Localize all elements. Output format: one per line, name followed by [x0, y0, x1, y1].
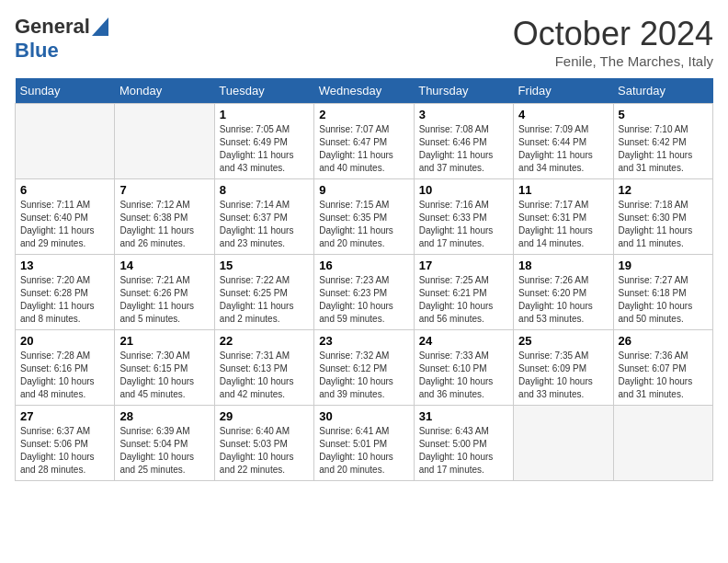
logo-general: General [15, 15, 90, 39]
calendar-cell: 11Sunrise: 7:17 AMSunset: 6:31 PMDayligh… [514, 179, 613, 255]
day-info: Sunrise: 7:36 AMSunset: 6:07 PMDaylight:… [619, 350, 708, 401]
day-number: 9 [319, 183, 408, 197]
day-info: Sunrise: 7:18 AMSunset: 6:30 PMDaylight:… [619, 199, 708, 250]
header-sunday: Sunday [16, 78, 115, 104]
day-number: 23 [319, 334, 408, 348]
day-number: 18 [518, 259, 608, 272]
calendar-cell: 27Sunrise: 6:37 AMSunset: 5:06 PMDayligh… [16, 406, 115, 481]
day-info: Sunrise: 7:33 AMSunset: 6:10 PMDaylight:… [419, 350, 508, 401]
logo: General Blue [15, 15, 108, 63]
day-info: Sunrise: 7:09 AMSunset: 6:44 PMDaylight:… [518, 123, 608, 175]
day-number: 14 [119, 259, 209, 272]
day-info: Sunrise: 7:11 AMSunset: 6:40 PMDaylight:… [20, 199, 109, 250]
calendar-cell: 1Sunrise: 7:05 AMSunset: 6:49 PMDaylight… [214, 104, 313, 179]
week-row-3: 13Sunrise: 7:20 AMSunset: 6:28 PMDayligh… [16, 255, 713, 330]
calendar-cell: 15Sunrise: 7:22 AMSunset: 6:25 PMDayligh… [214, 255, 313, 330]
day-info: Sunrise: 7:07 AMSunset: 6:47 PMDaylight:… [319, 123, 408, 175]
day-number: 2 [319, 108, 408, 121]
day-number: 10 [419, 183, 508, 197]
calendar-cell: 21Sunrise: 7:30 AMSunset: 6:15 PMDayligh… [115, 330, 214, 406]
day-number: 24 [419, 334, 508, 348]
calendar-cell: 31Sunrise: 6:43 AMSunset: 5:00 PMDayligh… [414, 406, 513, 481]
header-row: SundayMondayTuesdayWednesdayThursdayFrid… [16, 78, 713, 104]
day-number: 28 [119, 409, 209, 423]
day-number: 16 [319, 259, 408, 272]
calendar-cell: 6Sunrise: 7:11 AMSunset: 6:40 PMDaylight… [16, 179, 115, 255]
day-info: Sunrise: 7:26 AMSunset: 6:20 PMDaylight:… [518, 274, 608, 326]
calendar-cell: 17Sunrise: 7:25 AMSunset: 6:21 PMDayligh… [414, 255, 513, 330]
day-info: Sunrise: 7:28 AMSunset: 6:16 PMDaylight:… [20, 350, 109, 401]
day-number: 5 [619, 108, 708, 121]
header-friday: Friday [514, 78, 613, 104]
day-info: Sunrise: 7:20 AMSunset: 6:28 PMDaylight:… [20, 274, 109, 326]
header-saturday: Saturday [613, 78, 712, 104]
day-number: 3 [419, 108, 508, 121]
calendar-cell: 5Sunrise: 7:10 AMSunset: 6:42 PMDaylight… [613, 104, 712, 179]
day-number: 15 [220, 259, 309, 272]
day-info: Sunrise: 6:39 AMSunset: 5:04 PMDaylight:… [119, 425, 209, 477]
day-info: Sunrise: 7:30 AMSunset: 6:15 PMDaylight:… [119, 350, 209, 401]
day-number: 26 [619, 334, 708, 348]
day-number: 7 [119, 183, 209, 197]
calendar-cell [115, 104, 214, 179]
calendar-cell [613, 406, 712, 481]
calendar-cell: 9Sunrise: 7:15 AMSunset: 6:35 PMDaylight… [314, 179, 414, 255]
day-number: 11 [518, 183, 608, 197]
calendar-cell: 20Sunrise: 7:28 AMSunset: 6:16 PMDayligh… [16, 330, 115, 406]
calendar-cell: 22Sunrise: 7:31 AMSunset: 6:13 PMDayligh… [214, 330, 313, 406]
day-number: 8 [220, 183, 309, 197]
day-info: Sunrise: 7:21 AMSunset: 6:26 PMDaylight:… [119, 274, 209, 326]
day-info: Sunrise: 7:27 AMSunset: 6:18 PMDaylight:… [619, 274, 708, 326]
day-number: 17 [419, 259, 508, 272]
day-info: Sunrise: 7:15 AMSunset: 6:35 PMDaylight:… [319, 199, 408, 250]
page-header: General Blue October 2024 Fenile, The Ma… [15, 15, 713, 69]
day-number: 12 [619, 183, 708, 197]
calendar-cell: 18Sunrise: 7:26 AMSunset: 6:20 PMDayligh… [514, 255, 613, 330]
week-row-4: 20Sunrise: 7:28 AMSunset: 6:16 PMDayligh… [16, 330, 713, 406]
location: Fenile, The Marches, Italy [513, 53, 713, 69]
day-info: Sunrise: 7:31 AMSunset: 6:13 PMDaylight:… [220, 350, 309, 401]
header-thursday: Thursday [414, 78, 513, 104]
day-info: Sunrise: 6:40 AMSunset: 5:03 PMDaylight:… [220, 425, 309, 477]
day-info: Sunrise: 7:12 AMSunset: 6:38 PMDaylight:… [119, 199, 209, 250]
calendar-cell: 12Sunrise: 7:18 AMSunset: 6:30 PMDayligh… [613, 179, 712, 255]
title-section: October 2024 Fenile, The Marches, Italy [513, 15, 713, 69]
calendar-cell [16, 104, 115, 179]
day-info: Sunrise: 7:32 AMSunset: 6:12 PMDaylight:… [319, 350, 408, 401]
calendar-cell: 30Sunrise: 6:41 AMSunset: 5:01 PMDayligh… [314, 406, 414, 481]
day-info: Sunrise: 7:08 AMSunset: 6:46 PMDaylight:… [419, 123, 508, 175]
logo-blue: Blue [15, 39, 59, 62]
day-info: Sunrise: 6:41 AMSunset: 5:01 PMDaylight:… [319, 425, 408, 477]
calendar-cell: 3Sunrise: 7:08 AMSunset: 6:46 PMDaylight… [414, 104, 513, 179]
day-number: 29 [220, 409, 309, 423]
day-number: 19 [619, 259, 708, 272]
header-wednesday: Wednesday [314, 78, 414, 104]
calendar-table: SundayMondayTuesdayWednesdayThursdayFrid… [15, 78, 713, 481]
calendar-cell: 4Sunrise: 7:09 AMSunset: 6:44 PMDaylight… [514, 104, 613, 179]
day-info: Sunrise: 7:10 AMSunset: 6:42 PMDaylight:… [619, 123, 708, 175]
week-row-2: 6Sunrise: 7:11 AMSunset: 6:40 PMDaylight… [16, 179, 713, 255]
calendar-cell: 10Sunrise: 7:16 AMSunset: 6:33 PMDayligh… [414, 179, 513, 255]
week-row-5: 27Sunrise: 6:37 AMSunset: 5:06 PMDayligh… [16, 406, 713, 481]
day-info: Sunrise: 7:35 AMSunset: 6:09 PMDaylight:… [518, 350, 608, 401]
day-number: 4 [518, 108, 608, 121]
day-number: 21 [119, 334, 209, 348]
month-title: October 2024 [513, 15, 713, 53]
day-number: 25 [518, 334, 608, 348]
day-number: 31 [419, 409, 508, 423]
calendar-cell: 26Sunrise: 7:36 AMSunset: 6:07 PMDayligh… [613, 330, 712, 406]
day-number: 30 [319, 409, 408, 423]
day-info: Sunrise: 7:16 AMSunset: 6:33 PMDaylight:… [419, 199, 508, 250]
calendar-cell: 24Sunrise: 7:33 AMSunset: 6:10 PMDayligh… [414, 330, 513, 406]
day-info: Sunrise: 7:05 AMSunset: 6:49 PMDaylight:… [220, 123, 309, 175]
header-tuesday: Tuesday [214, 78, 313, 104]
calendar-cell: 13Sunrise: 7:20 AMSunset: 6:28 PMDayligh… [16, 255, 115, 330]
svg-marker-0 [92, 17, 108, 36]
calendar-cell: 8Sunrise: 7:14 AMSunset: 6:37 PMDaylight… [214, 179, 313, 255]
day-number: 22 [220, 334, 309, 348]
day-info: Sunrise: 7:17 AMSunset: 6:31 PMDaylight:… [518, 199, 608, 250]
logo-icon [92, 17, 108, 36]
calendar-cell: 7Sunrise: 7:12 AMSunset: 6:38 PMDaylight… [115, 179, 214, 255]
day-info: Sunrise: 7:14 AMSunset: 6:37 PMDaylight:… [220, 199, 309, 250]
day-number: 20 [20, 334, 109, 348]
